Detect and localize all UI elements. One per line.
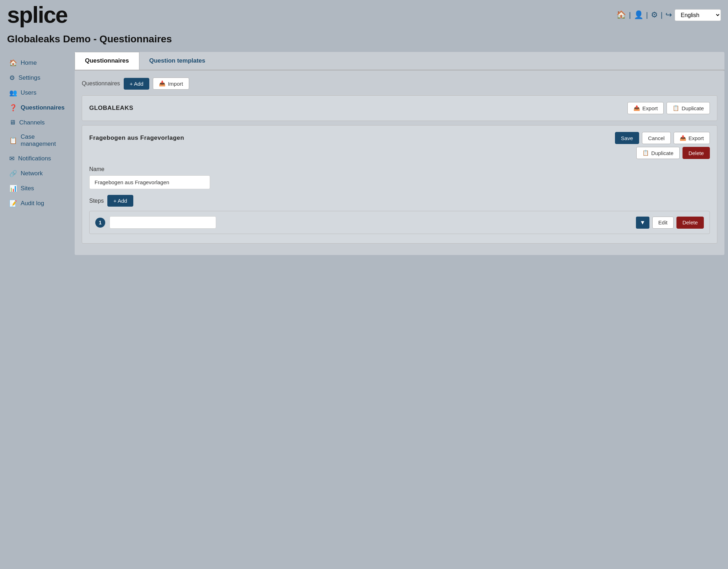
case-management-icon: 📋 <box>9 137 17 144</box>
card-actions: 📤 Export 📋 Duplicate <box>627 102 710 114</box>
card-header: GLOBALEAKS 📤 Export 📋 Duplicate <box>89 102 710 114</box>
questionnaire-card-fragebogen: Fragebogen aus Fragevorlagen Save Cancel… <box>82 125 717 244</box>
edit-step-button[interactable]: Edit <box>652 217 674 229</box>
tab-question-templates[interactable]: Question templates <box>139 52 215 70</box>
sites-icon: 📊 <box>9 185 17 192</box>
name-group: Name <box>89 166 710 189</box>
duplicate-icon: 📋 <box>642 150 649 156</box>
section-label: Questionnaires <box>82 80 120 87</box>
name-input[interactable] <box>89 175 210 189</box>
import-icon: 📥 <box>159 80 166 87</box>
channels-icon: 🖥 <box>9 119 16 126</box>
home-icon[interactable]: 🏠 <box>616 10 626 20</box>
questionnaires-icon: ❓ <box>9 104 17 112</box>
add-step-button[interactable]: + Add <box>107 195 133 207</box>
duplicate-button[interactable]: 📋 Duplicate <box>667 102 710 114</box>
chevron-down-button[interactable]: ▼ <box>636 217 649 229</box>
duplicate-button-fragebogen[interactable]: 📋 Duplicate <box>636 147 680 159</box>
sidebar-item-label: Users <box>21 89 36 96</box>
user-icon[interactable]: 👤 <box>634 10 643 20</box>
steps-label: Steps <box>89 198 104 204</box>
sidebar-item-case-management[interactable]: 📋 Case management <box>4 130 75 151</box>
save-button[interactable]: Save <box>615 132 639 144</box>
logo: splice <box>7 4 67 26</box>
card-actions-row2: 📋 Duplicate Delete <box>89 147 710 159</box>
tab-questionnaires[interactable]: Questionnaires <box>75 52 139 70</box>
notifications-icon: ✉ <box>9 155 15 163</box>
header: splice 🏠 | 👤 | ⚙ | ↪ English Deutsch Fra… <box>0 0 728 30</box>
sidebar: 🏠 Home ⚙ Settings 👥 Users ❓ Questionnair… <box>4 52 75 255</box>
step-row-1: 1 ▼ Edit Delete <box>89 211 710 234</box>
language-select[interactable]: English Deutsch Français Español <box>675 9 721 21</box>
sidebar-item-network[interactable]: 🔗 Network <box>4 166 75 181</box>
export-button-fragebogen[interactable]: 📤 Export <box>674 132 710 144</box>
content-panel: Questionnaires + Add 📥 Import GLOBALEAKS… <box>75 70 724 255</box>
sidebar-item-label: Questionnaires <box>21 104 65 111</box>
card-actions-fragebogen: Save Cancel 📤 Export <box>615 132 710 144</box>
logout-icon[interactable]: ↪ <box>665 10 672 20</box>
fragebogen-form: Name Steps + Add 1 ▼ Edit Delete <box>89 166 710 234</box>
page-title: Globaleaks Demo - Questionnaires <box>0 30 728 52</box>
duplicate-icon: 📋 <box>673 105 679 111</box>
content-area: Questionnaires Question templates Questi… <box>75 52 724 255</box>
sidebar-item-label: Audit log <box>21 200 44 207</box>
sidebar-item-label: Sites <box>21 185 34 192</box>
card-header-fragebogen: Fragebogen aus Fragevorlagen Save Cancel… <box>89 132 710 144</box>
sidebar-item-channels[interactable]: 🖥 Channels <box>4 115 75 130</box>
step-input-1[interactable] <box>109 216 216 229</box>
questionnaire-card-globaleaks: GLOBALEAKS 📤 Export 📋 Duplicate <box>82 95 717 121</box>
export-button[interactable]: 📤 Export <box>627 102 664 114</box>
export-icon: 📤 <box>633 105 640 111</box>
name-label: Name <box>89 166 710 172</box>
step-actions: ▼ Edit Delete <box>636 217 704 229</box>
sidebar-item-home[interactable]: 🏠 Home <box>4 55 75 70</box>
network-icon: 🔗 <box>9 170 17 177</box>
delete-step-button[interactable]: Delete <box>676 217 704 229</box>
add-questionnaire-button[interactable]: + Add <box>124 78 150 90</box>
settings-icon: ⚙ <box>9 74 15 82</box>
sidebar-item-label: Home <box>21 59 37 67</box>
sidebar-item-label: Notifications <box>18 155 51 162</box>
card-title: GLOBALEAKS <box>89 105 133 112</box>
sidebar-item-sites[interactable]: 📊 Sites <box>4 181 75 196</box>
step-number: 1 <box>95 218 105 228</box>
audit-log-icon: 📝 <box>9 200 17 207</box>
sidebar-item-notifications[interactable]: ✉ Notifications <box>4 151 75 166</box>
tabs: Questionnaires Question templates <box>75 52 724 70</box>
header-right: 🏠 | 👤 | ⚙ | ↪ English Deutsch Français E… <box>616 9 721 21</box>
sidebar-item-label: Channels <box>19 119 45 126</box>
export-icon: 📤 <box>680 135 686 141</box>
cancel-button[interactable]: Cancel <box>642 132 671 144</box>
delete-button-fragebogen[interactable]: Delete <box>682 147 710 159</box>
steps-header: Steps + Add <box>89 195 710 207</box>
sidebar-item-label: Network <box>21 170 43 177</box>
import-button[interactable]: 📥 Import <box>153 78 189 90</box>
sidebar-item-label: Settings <box>18 74 40 81</box>
settings-circle-icon[interactable]: ⚙ <box>651 10 658 20</box>
sidebar-item-users[interactable]: 👥 Users <box>4 85 75 100</box>
sidebar-item-audit-log[interactable]: 📝 Audit log <box>4 196 75 211</box>
sidebar-item-settings[interactable]: ⚙ Settings <box>4 70 75 85</box>
main-layout: 🏠 Home ⚙ Settings 👥 Users ❓ Questionnair… <box>0 52 728 255</box>
users-icon: 👥 <box>9 89 17 97</box>
home-icon: 🏠 <box>9 59 17 67</box>
card-title-fragebogen: Fragebogen aus Fragevorlagen <box>89 134 184 142</box>
section-header: Questionnaires + Add 📥 Import <box>82 78 717 90</box>
sidebar-item-label: Case management <box>21 133 69 148</box>
header-icons: 🏠 | 👤 | ⚙ | ↪ <box>616 10 672 20</box>
sidebar-item-questionnaires[interactable]: ❓ Questionnaires <box>4 100 75 115</box>
